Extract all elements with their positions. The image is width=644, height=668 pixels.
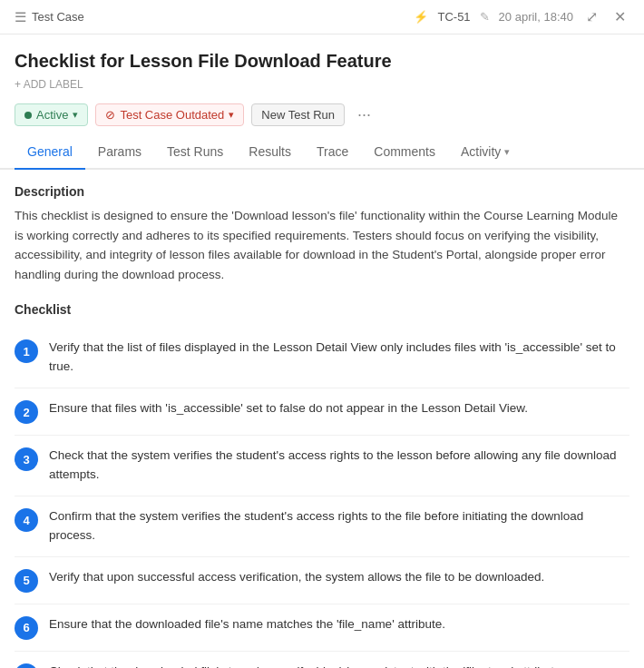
tab-general[interactable]: General <box>15 135 85 170</box>
checklist-item: 3Check that the system verifies the stud… <box>15 436 629 496</box>
outdated-badge[interactable]: ⊘ Test Case Outdated ▾ <box>95 103 244 126</box>
item-text: Verify that the list of files displayed … <box>49 339 629 377</box>
top-bar-right: ⚡ TC-51 ✎ 20 april, 18:40 ⤢ ✕ <box>414 8 629 26</box>
tab-params[interactable]: Params <box>85 135 154 170</box>
item-text: Ensure that the downloaded file's name m… <box>49 615 629 634</box>
checklist-item: 1Verify that the list of files displayed… <box>15 328 629 388</box>
activity-label: Activity <box>461 144 501 159</box>
expand-button[interactable]: ⤢ <box>582 8 601 26</box>
tab-comments[interactable]: Comments <box>361 135 448 170</box>
item-text: Check that the downloaded file's type (e… <box>49 663 629 668</box>
item-text: Confirm that the system verifies the stu… <box>49 507 629 545</box>
top-bar: ☰ Test Case ⚡ TC-51 ✎ 20 april, 18:40 ⤢ … <box>0 0 644 34</box>
page-title: Checklist for Lesson File Download Featu… <box>15 49 629 73</box>
checklist-item: 6Ensure that the downloaded file's name … <box>15 604 629 652</box>
tab-activity[interactable]: Activity ▾ <box>448 135 522 170</box>
status-bar: Active ▾ ⊘ Test Case Outdated ▾ New Test… <box>0 94 644 135</box>
outdated-chevron: ▾ <box>229 109 234 121</box>
tab-results[interactable]: Results <box>236 135 304 170</box>
tabs-bar: General Params Test Runs Results Trace C… <box>0 135 644 170</box>
item-number: 6 <box>15 616 38 640</box>
hamburger-icon[interactable]: ☰ <box>15 9 26 25</box>
activity-chevron-icon: ▾ <box>504 146 510 158</box>
item-number: 1 <box>15 339 38 363</box>
page-header: Checklist for Lesson File Download Featu… <box>0 34 644 94</box>
description-title: Description <box>15 184 629 199</box>
item-number: 2 <box>15 400 38 424</box>
new-run-label: New Test Run <box>261 108 335 122</box>
outdated-label: Test Case Outdated <box>120 108 224 122</box>
item-text: Ensure that files with 'is_accessible' s… <box>49 399 629 418</box>
top-bar-left: ☰ Test Case <box>15 9 84 25</box>
item-text: Check that the system verifies the stude… <box>49 447 629 485</box>
checklist-list: 1Verify that the list of files displayed… <box>15 328 629 668</box>
checklist-item: 5Verify that upon successful access veri… <box>15 557 629 604</box>
checklist-item: 4Confirm that the system verifies the st… <box>15 496 629 557</box>
edit-icon: ✎ <box>480 10 490 24</box>
main-content: Description This checklist is designed t… <box>0 170 644 668</box>
tab-test-runs[interactable]: Test Runs <box>154 135 236 170</box>
active-label: Active <box>36 108 68 122</box>
active-chevron: ▾ <box>73 109 78 121</box>
item-text: Verify that upon successful access verif… <box>49 568 629 587</box>
tab-trace[interactable]: Trace <box>304 135 361 170</box>
edit-date: 20 april, 18:40 <box>499 10 573 24</box>
app-title: Test Case <box>32 10 84 24</box>
item-number: 4 <box>15 508 38 532</box>
more-button[interactable]: ··· <box>352 103 376 126</box>
checklist-item: 7Check that the downloaded file's type (… <box>15 652 629 668</box>
new-run-badge[interactable]: New Test Run <box>251 103 345 126</box>
item-number: 3 <box>15 447 38 471</box>
description-text: This checklist is designed to ensure the… <box>15 206 629 284</box>
checklist-title: Checklist <box>15 302 629 317</box>
add-label-button[interactable]: + ADD LABEL <box>15 78 83 91</box>
close-button[interactable]: ✕ <box>610 8 629 26</box>
tc-id-icon: ⚡ <box>414 10 428 24</box>
item-number: 7 <box>15 663 38 668</box>
item-number: 5 <box>15 569 38 593</box>
warn-icon: ⊘ <box>105 108 115 122</box>
active-badge[interactable]: Active ▾ <box>15 103 88 126</box>
tc-id: TC-51 <box>437 10 470 24</box>
checklist-item: 2Ensure that files with 'is_accessible' … <box>15 388 629 436</box>
active-dot <box>24 112 32 119</box>
